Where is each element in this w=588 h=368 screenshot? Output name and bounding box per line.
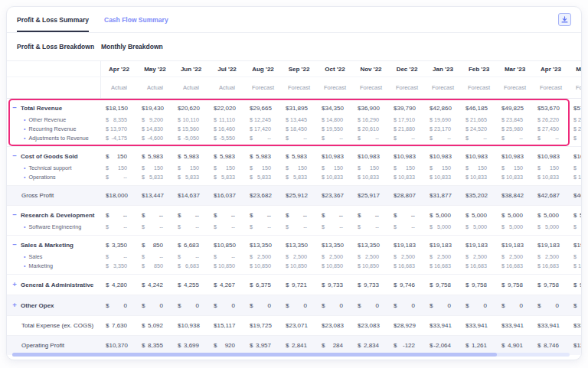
value-cell: $2,500	[317, 253, 353, 260]
value-cell: $10,983	[389, 153, 425, 160]
row-research-development: −Research & Development$--$--$--$--$--$-…	[7, 208, 581, 222]
value-cell: $19,183	[425, 242, 461, 249]
collapse-icon[interactable]: −	[11, 152, 18, 160]
currency-symbol: $	[466, 262, 469, 269]
value-cell: $31,895	[281, 105, 317, 112]
currency-symbol: $	[286, 116, 289, 123]
cell-value: -122	[403, 342, 415, 349]
cell-value: 28,929	[397, 322, 415, 329]
value-cell: $0	[173, 302, 209, 309]
cell-value: 16,683	[470, 262, 487, 269]
currency-symbol: $	[537, 135, 541, 142]
currency-symbol: $	[250, 212, 253, 219]
cell-value: 0	[232, 302, 235, 309]
value-cell: $27,450	[533, 125, 569, 132]
cell-value: 5,000	[544, 212, 559, 219]
value-cell: $5,000	[497, 223, 533, 230]
cell-value: 14,800	[326, 116, 343, 123]
currency-symbol: $	[466, 212, 469, 219]
value-cell: $10,850	[245, 262, 281, 269]
cell-value: 9,758	[508, 282, 523, 288]
collapse-icon[interactable]: −	[11, 104, 18, 112]
currency-symbol: $	[106, 125, 109, 132]
cell-value: 10,850	[217, 242, 235, 249]
cell-value: 5,000	[581, 223, 582, 230]
value-cell: $1,261	[461, 342, 497, 349]
currency-symbol: $	[178, 282, 181, 288]
column-header-type: Actual	[137, 84, 173, 91]
value-cell: $25,980	[497, 125, 533, 132]
currency-symbol: $	[286, 174, 289, 181]
cell-value: --	[447, 135, 451, 142]
cell-value: 10,983	[361, 153, 379, 160]
currency-symbol: $	[322, 282, 325, 288]
value-cell: $16,460	[209, 125, 245, 132]
value-cell: $28,929	[389, 322, 425, 329]
type-header-row: ActualActualActualActualForecastForecast…	[7, 77, 581, 99]
value-cell: $150	[173, 164, 209, 171]
cell-value: 5,000	[580, 212, 582, 219]
value-cell: $33,941	[533, 322, 569, 329]
row-sales-marketing: −Sales & Marketing$3,350$850$6,683$10,85…	[7, 238, 581, 252]
value-cell: $--	[137, 223, 173, 230]
row-label-cell: Total Expense (ex. COGS)	[7, 322, 101, 329]
value-cell: $22,020	[209, 105, 245, 112]
currency-symbol: $	[322, 125, 325, 132]
cell-value: 33,941	[469, 322, 487, 329]
collapse-icon[interactable]: −	[11, 241, 18, 249]
table-section: −Total Revenue$18,150$19,430$20,620$22,0…	[7, 99, 581, 146]
collapse-icon[interactable]: −	[11, 211, 18, 219]
value-cell: $10,938	[173, 322, 209, 329]
row-label: Operations	[28, 174, 55, 181]
table-section: Gross Profit$18,000$13,447$14,637$16,037…	[7, 185, 581, 205]
value-cell: $920	[209, 342, 245, 349]
cell-value: 23,071	[289, 322, 307, 329]
currency-symbol: $	[214, 212, 217, 219]
row-label: Other Revenue	[28, 116, 66, 123]
value-cell: $--	[281, 223, 317, 230]
value-cell: $0	[497, 302, 533, 309]
value-cell: $18,150	[101, 105, 137, 112]
cell-value: 36,900	[361, 105, 379, 112]
cell-value: 20,610	[362, 125, 379, 132]
currency-symbol: $	[501, 212, 505, 219]
currency-symbol: $	[394, 262, 397, 269]
expand-icon[interactable]: +	[11, 301, 18, 309]
currency-symbol: $	[142, 174, 145, 181]
value-cell: $5,983	[281, 153, 317, 160]
cell-value: 10,983	[505, 153, 523, 160]
cell-value: 12,245	[254, 116, 271, 123]
value-cell: $150	[101, 164, 137, 171]
value-cell: $150	[101, 153, 137, 160]
tab-profit-loss-summary[interactable]: Profit & Loss Summary	[17, 7, 89, 32]
cell-value: --	[411, 212, 415, 219]
tab-cash-flow-summary[interactable]: Cash Flow Summary	[104, 7, 168, 32]
expand-icon[interactable]: +	[11, 281, 18, 288]
currency-symbol: $	[106, 212, 109, 219]
horizontal-scrollbar[interactable]	[12, 353, 570, 357]
bullet-icon: •	[24, 117, 25, 122]
currency-symbol: $	[286, 282, 289, 288]
label-column-header	[7, 61, 101, 77]
currency-symbol: $	[537, 164, 541, 171]
cell-value: 10,938	[181, 322, 199, 329]
cell-value: 2,500	[401, 253, 415, 260]
cell-value: 25,912	[289, 192, 307, 199]
currency-symbol: $	[250, 223, 253, 230]
currency-symbol: $	[394, 174, 397, 181]
scrollbar-thumb[interactable]	[12, 353, 497, 357]
cell-value: 150	[334, 164, 343, 171]
column-header-type: Forecast	[461, 84, 497, 91]
value-cell: $13,350	[353, 242, 389, 249]
value-cell: $150	[389, 164, 425, 171]
cell-value: 15,117	[217, 322, 235, 329]
column-header-month: Aug '22	[245, 66, 281, 73]
currency-symbol: $	[142, 253, 145, 260]
cell-value: 150	[117, 153, 127, 160]
value-cell: $6,683	[173, 262, 209, 269]
row-label-cell: •Other Revenue	[7, 116, 101, 123]
cell-value: 16,683	[578, 262, 582, 269]
value-cell: $--	[533, 135, 569, 142]
cell-value: 19,690	[434, 116, 451, 123]
download-button[interactable]	[558, 13, 571, 26]
